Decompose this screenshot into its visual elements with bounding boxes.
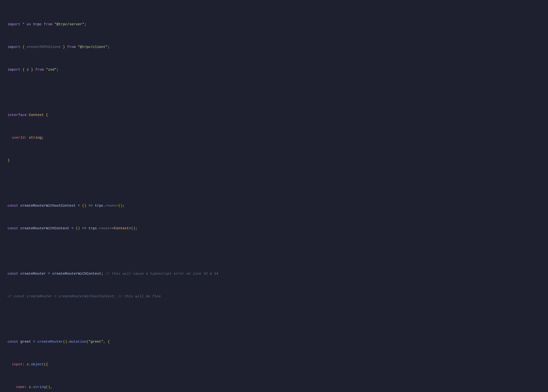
code-line-5: userId: string; <box>7 135 541 141</box>
code-line-10: // const createRouter = createRouterWith… <box>7 294 541 300</box>
code-line-11: const greet = createRouter().mutation("g… <box>7 339 541 345</box>
code-line-blank3 <box>7 248 541 254</box>
code-line-blank1 <box>7 90 541 95</box>
code-line-12: input: z.object({ <box>7 362 541 367</box>
code-line-1: import * as trpc from "@trpc/server"; <box>7 22 541 27</box>
code-line-7: const createRouterWithoutContext = () =>… <box>7 203 541 209</box>
code-line-6: } <box>7 158 541 163</box>
code-line-9: const createRouter = createRouterWithCon… <box>7 271 541 277</box>
code-line-4: interface Context { <box>7 112 541 118</box>
code-line-blank4 <box>7 316 541 322</box>
code-line-3: import { z } from "zod"; <box>7 67 541 73</box>
code-editor: import * as trpc from "@trpc/server"; im… <box>7 5 541 392</box>
code-line-13: name: z.string(), <box>7 385 541 390</box>
code-line-2: import { createTRPCClient } from "@trpc/… <box>7 44 541 50</box>
code-line-blank2 <box>7 180 541 186</box>
code-line-8: const createRouterWithContext = () => tr… <box>7 226 541 231</box>
